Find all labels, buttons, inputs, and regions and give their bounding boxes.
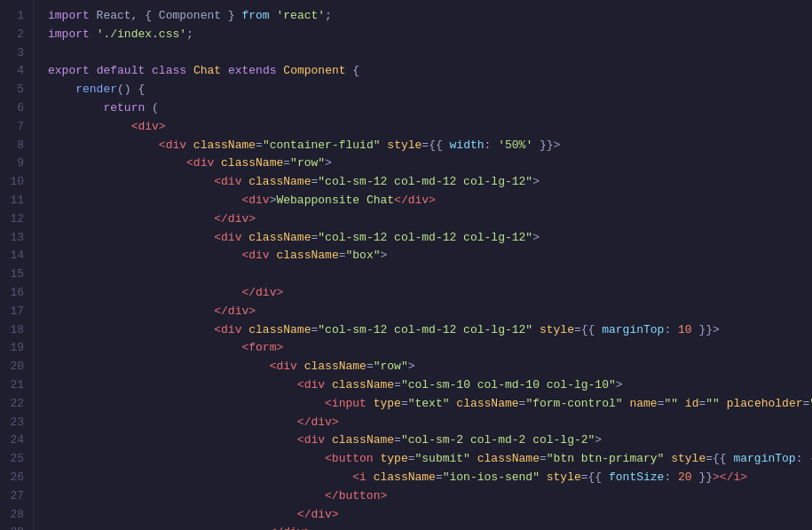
code-token: </div> [214,210,256,229]
code-token: : [664,469,678,487]
code-line: </div> [48,414,812,432]
code-line: <div className="col-sm-12 col-md-12 col-… [48,229,812,248]
code-line: </div> [48,303,812,321]
code-token: ={{ [574,321,602,340]
code-line: <div className="col-sm-10 col-md-10 col-… [48,376,812,395]
line-number: 25 [0,450,33,469]
code-token [90,62,97,81]
line-number: 23 [0,414,33,432]
code-token: </div> [270,524,311,530]
code-token: className [304,358,367,376]
code-line: </button> [48,487,812,506]
line-number: 18 [0,321,33,340]
code-token: = [401,395,408,414]
code-token: <i [352,469,367,487]
code-token: "box" [346,247,381,265]
code-token: ></i> [713,469,747,487]
code-token [48,303,214,321]
code-line: <form> [48,339,812,358]
code-token: "text" [408,395,450,414]
code-token: "col-sm-2 col-md-2 col-lg-2" [401,431,595,450]
code-token: = [436,469,443,487]
code-token: "container-fluid" [263,137,381,155]
code-token [48,118,131,137]
line-number: 3 [0,44,33,63]
code-token [325,431,332,450]
code-token: <div [297,431,325,450]
code-token [48,229,214,248]
code-token: className [456,395,518,414]
line-number: 15 [0,265,33,284]
code-token: = [283,154,290,173]
code-token: "ion-ios-send" [443,469,540,487]
code-token: <div [241,192,269,210]
code-line [48,265,812,284]
code-token [48,376,297,395]
code-token: > [616,376,623,395]
code-token: "col-sm-12 col-md-12 col-lg-12" [318,229,532,248]
line-number: 6 [0,99,33,118]
code-token [48,469,352,487]
code-editor: 1234567891011121314151617181920212223242… [0,0,812,530]
code-token [145,62,152,81]
line-number: 13 [0,229,33,248]
code-token: <form> [241,339,283,358]
code-token [241,321,248,340]
code-token: marginTop [602,321,664,340]
code-token [221,62,228,81]
code-line: <div className="row"> [48,154,812,173]
code-token [186,137,193,155]
line-number: 21 [0,376,33,395]
code-token [270,247,277,265]
code-token: = [367,358,374,376]
code-token [48,81,75,99]
line-number: 9 [0,154,33,173]
code-token: <div [297,376,325,395]
code-token [48,524,270,530]
code-token: <button [325,450,374,469]
code-line [48,44,812,63]
code-token: className [332,376,394,395]
code-token: > [532,229,540,248]
code-token [48,173,214,192]
code-token: }} [692,469,713,487]
code-token: > [270,192,277,210]
code-token [48,506,297,525]
code-token: className [248,321,311,340]
code-token: "" [664,395,678,414]
code-token: 'react' [276,7,325,26]
code-token: style [671,450,706,469]
code-token: id [685,395,699,414]
code-token: style [540,321,574,340]
code-token: React, { Component } [90,7,242,26]
code-token [277,62,284,81]
code-token: </button> [325,487,387,506]
code-token: export [48,62,90,81]
code-token: = [803,395,810,414]
code-token: width [450,137,485,155]
line-number: 11 [0,192,33,210]
code-line: <div>Webapponsite Chat</div> [48,192,812,210]
code-token: class [152,62,186,81]
code-token: { [346,62,360,81]
code-token: default [97,62,146,81]
code-token: = [408,450,415,469]
code-line: import React, { Component } from 'react'… [48,7,812,26]
line-number: 7 [0,118,33,137]
line-number: 27 [0,487,33,506]
code-token: () { [117,81,145,99]
code-token: className [332,431,394,450]
code-line: <div className="box"> [48,247,812,265]
code-token: <div [241,247,269,265]
code-token: "submit" [415,450,470,469]
code-token: <div [214,321,241,340]
code-token [48,192,241,210]
line-number: 10 [0,173,33,192]
code-token: "col-sm-12 col-md-12 col-lg-12" [318,173,532,192]
code-token [540,469,547,487]
code-token: style [387,137,422,155]
code-token [623,395,630,414]
code-token: fontSize [609,469,664,487]
code-token: Chat [193,62,221,81]
code-token: import [48,26,90,44]
